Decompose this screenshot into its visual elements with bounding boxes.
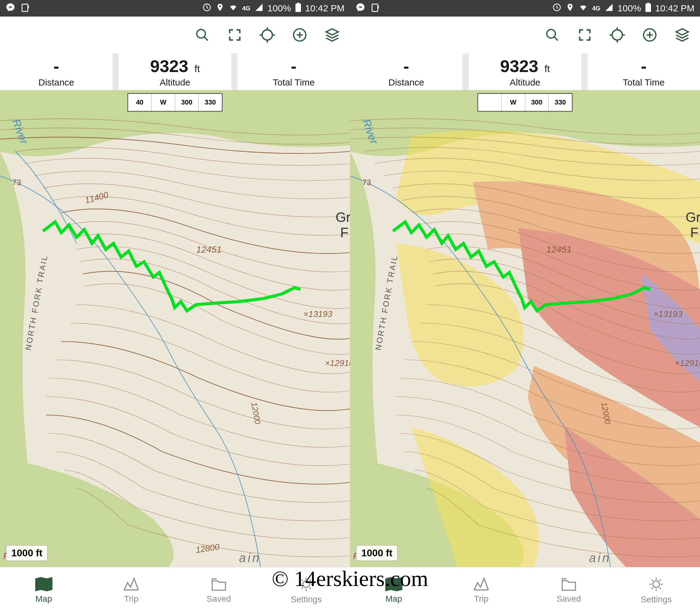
svg-line-5 (204, 37, 208, 40)
sync-icon (202, 3, 211, 14)
nav-trip[interactable]: Trip (88, 567, 175, 613)
fullscreen-icon[interactable] (226, 26, 243, 43)
stat-distance[interactable]: -Distance (350, 53, 462, 90)
phone-left: 4G 100% 10:42 PM - Distance 9323ft Altit… (0, 0, 350, 613)
svg-point-55 (653, 581, 660, 588)
network-4g-icon: 4G (242, 5, 250, 12)
locate-icon[interactable] (609, 26, 626, 43)
messenger-icon (5, 2, 15, 14)
location-icon (566, 3, 574, 14)
add-icon[interactable] (641, 26, 658, 43)
location-icon (216, 3, 224, 14)
layers-icon[interactable] (323, 26, 341, 43)
sync-icon (552, 3, 562, 14)
stats-bar: - Distance 9323ft Altitude - Total Time (0, 53, 350, 90)
watermark: © 14erskiers.com (272, 566, 428, 591)
messenger-icon (356, 2, 365, 14)
gps-track (0, 90, 350, 567)
nav-saved[interactable]: Saved (525, 567, 613, 613)
svg-rect-31 (645, 4, 651, 12)
battery-icon (295, 3, 301, 14)
svg-rect-2 (295, 4, 301, 12)
battery-icon (645, 3, 651, 14)
map-toolbar (0, 16, 350, 53)
card-icon (371, 2, 381, 14)
svg-point-6 (262, 30, 272, 40)
nav-saved[interactable]: Saved (175, 567, 263, 613)
battery-pct: 100% (618, 3, 641, 13)
clock: 10:42 PM (655, 3, 695, 13)
signal-icon (255, 3, 263, 14)
nav-map[interactable]: Map (0, 567, 88, 613)
svg-point-33 (547, 29, 555, 38)
svg-rect-0 (22, 4, 28, 11)
network-4g-icon: 4G (592, 5, 600, 12)
map-scale: 1000 ft (6, 545, 48, 561)
status-bar: 4G 100% 10:42 PM (350, 0, 700, 16)
wifi-icon (229, 3, 238, 14)
stat-altitude[interactable]: 9323ftAltitude (468, 53, 581, 90)
search-icon[interactable] (194, 26, 211, 43)
fullscreen-icon[interactable] (576, 26, 593, 43)
signal-icon (605, 3, 613, 14)
map-canvas[interactable]: River 73 NORTH FORK TRAIL 12451 ×13193 ×… (350, 90, 700, 567)
add-icon[interactable] (291, 26, 308, 43)
layers-icon[interactable] (674, 26, 691, 43)
status-bar: 4G 100% 10:42 PM (0, 0, 350, 16)
phone-right: 4G 100% 10:42 PM -Distance 9323ftAltitud… (350, 0, 700, 613)
battery-pct: 100% (267, 3, 291, 13)
gps-track (350, 90, 700, 567)
wifi-icon (579, 3, 588, 14)
search-icon[interactable] (544, 26, 561, 43)
stat-totaltime[interactable]: - Total Time (238, 53, 350, 90)
svg-rect-32 (647, 3, 649, 4)
stat-totaltime[interactable]: -Total Time (587, 53, 700, 90)
stat-distance[interactable]: - Distance (0, 53, 113, 90)
stat-altitude[interactable]: 9323ft Altitude (119, 53, 231, 90)
svg-rect-29 (372, 4, 378, 11)
nav-settings[interactable]: Settings (613, 567, 700, 613)
compass-strip: 40 W 300 330 (128, 93, 223, 112)
map-toolbar (350, 16, 700, 53)
card-icon (21, 2, 31, 14)
svg-line-34 (554, 37, 558, 40)
compass-strip: W 300 330 (477, 93, 572, 112)
svg-point-35 (612, 30, 622, 40)
stats-bar: -Distance 9323ftAltitude -Total Time (350, 53, 700, 90)
map-canvas[interactable]: River 73 NORTH FORK TRAIL 11400 12451 ×1… (0, 90, 350, 567)
clock: 10:42 PM (305, 3, 344, 13)
svg-rect-3 (297, 3, 300, 4)
locate-icon[interactable] (259, 26, 276, 43)
svg-point-4 (197, 29, 205, 38)
nav-trip[interactable]: Trip (438, 567, 525, 613)
map-scale: 1000 ft (356, 545, 397, 561)
